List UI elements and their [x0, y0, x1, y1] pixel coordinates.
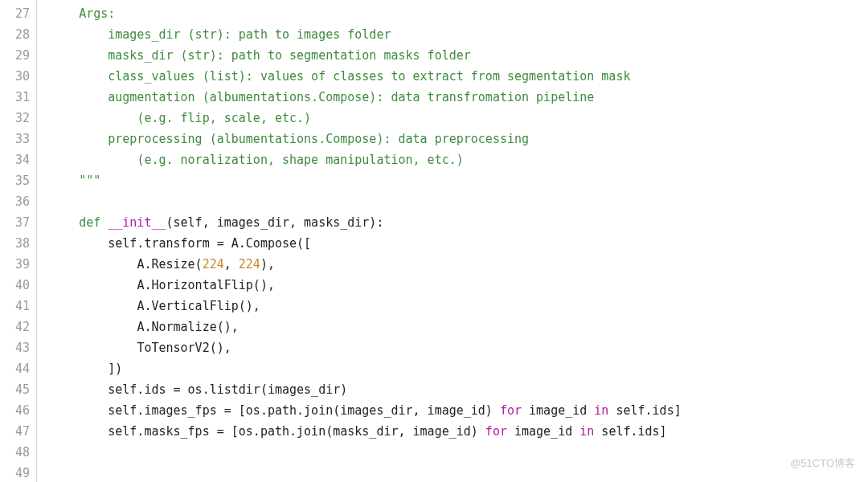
line-number: 30: [0, 66, 30, 87]
code-line: (e.g. flip, scale, etc.): [50, 108, 868, 129]
code-line: (e.g. noralization, shape manipulation, …: [50, 149, 868, 170]
code-line: def __init__(self, images_dir, masks_dir…: [50, 212, 868, 233]
line-number: 35: [0, 170, 30, 191]
code-line: Args:: [50, 3, 868, 24]
line-number: 32: [0, 108, 30, 129]
line-number: 39: [0, 254, 30, 275]
line-number: 43: [0, 337, 30, 358]
line-number: 42: [0, 317, 30, 337]
watermark: @51CTO博客: [790, 456, 855, 471]
code-line: A.HorizontalFlip(),: [50, 275, 868, 296]
line-number: 28: [0, 24, 30, 45]
code-line: class_values (list): values of classes t…: [50, 66, 868, 87]
code-block: 2728293031323334353637383940414243444546…: [0, 0, 868, 482]
code-line: preprocessing (albumentations.Compose): …: [50, 129, 868, 149]
code-line: self.images_fps = [os.path.join(images_d…: [50, 400, 868, 421]
line-number: 45: [0, 379, 30, 400]
line-number: 36: [0, 191, 30, 212]
code-line: ]): [50, 358, 868, 379]
line-number: 27: [0, 3, 30, 24]
line-number: 44: [0, 358, 30, 379]
line-number: 48: [0, 442, 30, 463]
code-line: [50, 463, 868, 482]
code-line: self.transform = A.Compose([: [50, 233, 868, 254]
line-number: 37: [0, 212, 30, 233]
code-line: ToTensorV2(),: [50, 337, 868, 358]
line-number-gutter: 2728293031323334353637383940414243444546…: [0, 0, 37, 482]
line-number: 31: [0, 87, 30, 108]
code-line: [50, 442, 868, 463]
code-line: self.ids = os.listdir(images_dir): [50, 379, 868, 400]
line-number: 41: [0, 296, 30, 317]
code-line: augmentation (albumentations.Compose): d…: [50, 87, 868, 108]
line-number: 40: [0, 275, 30, 296]
line-number: 46: [0, 400, 30, 421]
line-number: 49: [0, 463, 30, 482]
line-number: 33: [0, 129, 30, 149]
line-number: 47: [0, 421, 30, 442]
line-number: 38: [0, 233, 30, 254]
code-source: Args: images_dir (str): path to images f…: [37, 0, 868, 482]
line-number: 29: [0, 45, 30, 66]
code-line: A.Normalize(),: [50, 317, 868, 337]
code-line: A.Resize(224, 224),: [50, 254, 868, 275]
code-line: self.masks_fps = [os.path.join(masks_dir…: [50, 421, 868, 442]
code-line: [50, 191, 868, 212]
code-line: images_dir (str): path to images folder: [50, 24, 868, 45]
code-line: A.VerticalFlip(),: [50, 296, 868, 317]
line-number: 34: [0, 149, 30, 170]
code-line: masks_dir (str): path to segmentation ma…: [50, 45, 868, 66]
code-line: """: [50, 170, 868, 191]
